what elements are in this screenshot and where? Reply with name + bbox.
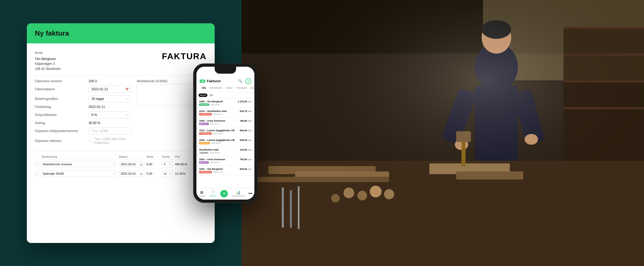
- row-antal-2: 5,00: [147, 172, 160, 175]
- invoice-body: Kund Tim Berglund Köparvägen 3 106 42 St…: [27, 43, 215, 243]
- chevron-icon: ▾: [114, 163, 115, 166]
- phone-invoice-list[interactable]: 1009 – Tim Berglund 1 270,00 SEK SKAPAD …: [196, 98, 254, 188]
- add-circle-icon[interactable]: +: [245, 78, 251, 84]
- kopares-inkopsordernummer-label: Köparens inköpsordernummer: [35, 129, 89, 133]
- tab-alla[interactable]: Alla: [200, 86, 208, 90]
- row-pris-1: 490,00 kr: [175, 163, 191, 166]
- phone-tabs: Alla Utestående Utkast Försenad Betald: [200, 86, 251, 91]
- phone-screen: SB Fakturor 🔍 + Alla Utestående Utkast F…: [196, 67, 254, 200]
- svg-rect-29: [564, 27, 644, 29]
- forfallodag-label: Förfallodag: [35, 105, 89, 109]
- list-item[interactable]: 1009 – Tim Berglund 1 270,00 SEK SKAPAD …: [196, 98, 254, 108]
- svg-rect-28: [564, 27, 644, 161]
- customer-address2: 106 42 Stockholm: [35, 66, 118, 72]
- phone-bottom-bar: ⊞ Översikt 📄 Fakturor + 📊 Kostnadsföring…: [196, 188, 254, 200]
- status-badge: UTKAST: [199, 152, 209, 154]
- fakturans-nummer-label: Fakturans nummer: [35, 79, 89, 83]
- bottom-nav-kostnad[interactable]: 📊 Kostnadsföring: [232, 190, 244, 197]
- tab-betald[interactable]: Betald: [248, 86, 254, 90]
- row-pris-2: 12,49 kr: [175, 172, 191, 175]
- phone-nav: SB Fakturor 🔍 + Alla Utestående Utkast F…: [196, 76, 254, 92]
- row-enhet-2[interactable]: m ▾: [162, 171, 173, 177]
- status-badge: SKICKAD: [199, 142, 210, 144]
- phone-frame: SB Fakturor 🔍 + Alla Utestående Utkast F…: [193, 63, 258, 203]
- list-item[interactable]: 1005 – Lasses byggtjänster AB 629,50 SEK…: [196, 137, 254, 147]
- svg-rect-30: [564, 54, 644, 56]
- bottom-nav-overview[interactable]: ⊞ Översikt: [198, 190, 205, 197]
- phone-title: Fakturor: [207, 79, 221, 83]
- bottom-nav-more[interactable]: •••: [248, 191, 253, 196]
- tab-utkast[interactable]: Utkast: [224, 86, 235, 90]
- row-datum-2[interactable]: 2022-02-01 ▦: [119, 171, 144, 177]
- list-item[interactable]: 1004 – Tim Berglund 625,00 SEK FÖRSENAD …: [196, 166, 254, 175]
- table-row: Spikregle 30x80 ▾ 2022-02-01 ▦ 5,00 m ▾ …: [35, 169, 207, 178]
- row-checkbox-1[interactable]: [35, 162, 39, 166]
- tab-forsenad[interactable]: Försenad: [235, 86, 248, 90]
- subtab-alla[interactable]: ALLA: [199, 93, 207, 97]
- more-icon: •••: [248, 191, 253, 196]
- fakturans-nummer-value: 100-3: [89, 79, 131, 83]
- kund-label: Kund: [35, 51, 118, 55]
- svg-rect-32: [564, 107, 644, 109]
- row-beskrivning-2[interactable]: Spikregle 30x80 ▾: [41, 171, 117, 177]
- status-badge: BETALD: [199, 161, 209, 164]
- tab-utestående[interactable]: Utestående: [208, 86, 224, 90]
- betalningsvillkor-select[interactable]: 30 dagar ▾: [89, 95, 131, 102]
- customer-name: Tim Berglund: [35, 56, 118, 62]
- status-badge: FÖRSENAD: [199, 171, 212, 173]
- search-icon[interactable]: 🔍: [237, 78, 243, 84]
- fakturadatum-label: Fakturadatum: [35, 87, 89, 91]
- list-item[interactable]: 1003 – Anna Svensson 750,00 SEK BETALD 2…: [196, 156, 254, 166]
- list-item[interactable]: 1012 – Lasses byggtjänster AB 504,50 SEK…: [196, 127, 254, 137]
- status-badge: FÖRSENAD: [199, 132, 212, 135]
- kopares-referens-label: Köparens referens: [35, 139, 89, 143]
- right-panel: [241, 0, 644, 266]
- invoice-card: Ny faktura Kund Tim Berglund Köparvägen …: [27, 23, 215, 243]
- fakturadatum-value: 2022-01-12: [92, 87, 108, 91]
- workshop-photo: [241, 0, 644, 266]
- svg-rect-31: [564, 80, 644, 83]
- row-antal-1: 8,00: [147, 163, 160, 166]
- subtab-count: 10: [209, 94, 213, 96]
- phone-subtabs: ALLA 10: [196, 92, 254, 98]
- list-item[interactable]: 1006 – Anna Svensson 196,86 SEK BETALD 2…: [196, 118, 254, 127]
- fakturadatum-input[interactable]: 2022-01-12 📅: [89, 86, 131, 93]
- drojsmalsranta-select[interactable]: 8 % ▾: [89, 111, 131, 118]
- row-beskrivning-1[interactable]: Arbetstimmar snickare ▾: [41, 161, 117, 167]
- list-item[interactable]: 1014 – Stockholms stad 543,75 SEK FÖRSEN…: [196, 108, 254, 118]
- row-checkbox-2[interactable]: [35, 172, 39, 175]
- kostnad-icon: 📊: [236, 190, 240, 194]
- avdrag-label: Avdrag: [35, 121, 89, 125]
- invoice-title: Ny faktura: [35, 29, 207, 38]
- add-button[interactable]: +: [220, 190, 228, 197]
- calendar-icon: 📅: [125, 88, 129, 91]
- chevron-down-icon: ▾: [127, 98, 129, 100]
- betalningsvillkor-value: 30 dagar: [92, 97, 104, 101]
- phone-mockup: SB Fakturor 🔍 + Alla Utestående Utkast F…: [193, 63, 258, 203]
- drojsmalsranta-value: 8 %: [92, 113, 97, 117]
- row-enhet-1[interactable]: h ▾: [162, 161, 173, 167]
- customer-address1: Köparvägen 3: [35, 61, 118, 66]
- betalningsvillkor-label: Betalningsvillkor: [35, 97, 89, 101]
- chevron-down-icon-2: ▾: [127, 114, 129, 116]
- row-datum-1[interactable]: 2022-02-01 ▦: [119, 161, 144, 167]
- radio-icon: [89, 139, 92, 143]
- forfallodag-value: 2022-02-11: [89, 105, 131, 109]
- status-badge: FÖRSENAD: [199, 113, 212, 115]
- brand-badge: SB: [200, 80, 205, 83]
- faktura-title: FAKTURA: [123, 51, 207, 61]
- cal-icon-2: ▦: [140, 172, 142, 175]
- left-panel: Ny faktura Kund Tim Berglund Köparvägen …: [0, 0, 241, 266]
- kopares-referens-placeholder: T.ex. 12345 eller Anna Andersson: [94, 137, 131, 145]
- kopares-referens-input[interactable]: T.ex. 12345 eller Anna Andersson: [89, 137, 131, 145]
- col-beskr-header: Beskrivning: [42, 155, 117, 158]
- invoice-header: Ny faktura: [27, 23, 215, 43]
- col-enhet-header: Enhet: [162, 155, 173, 158]
- photo-background: [241, 0, 644, 266]
- kopares-inkopsordernummer-input[interactable]: T.ex. 12345: [89, 128, 131, 134]
- invoice-table: Beskrivning Datum Antal Enhet Pris Moms …: [35, 155, 207, 178]
- col-datum-header: Datum: [119, 155, 144, 158]
- bottom-nav-fakturor[interactable]: 📄 Fakturor: [209, 190, 216, 197]
- overview-icon: ⊞: [200, 190, 203, 194]
- list-item[interactable]: Stockholms stad 124,90 SEK UTKAST 2024-0…: [196, 147, 254, 156]
